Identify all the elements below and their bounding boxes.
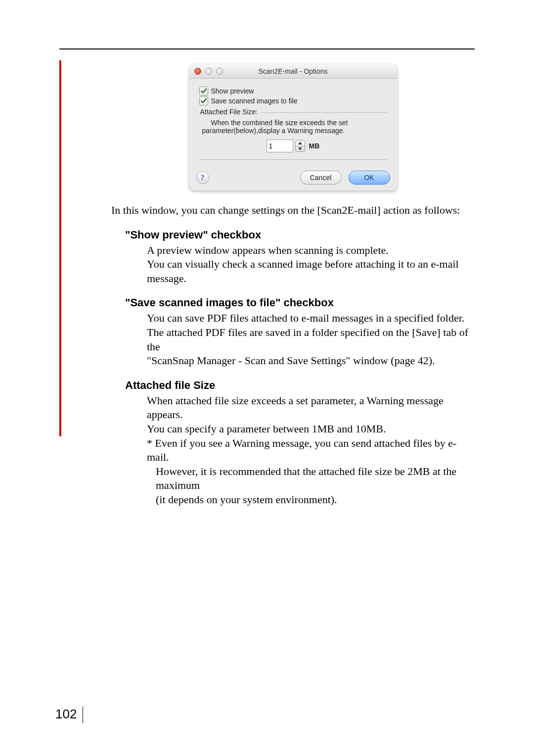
save-scanned-label: Save scanned images to file [211,97,298,105]
left-accent-bar [59,60,61,436]
sec2-line3: "ScanSnap Manager - Scan and Save Settin… [147,354,475,368]
stepper-up-icon[interactable] [296,141,305,146]
scan2email-options-dialog: Scan2E-mail - Options Show preview Save … [189,64,397,190]
section-heading-attached-size: Attached file Size [125,379,475,392]
sec3-note2: However, it is recommended that the atta… [147,465,475,493]
top-horizontal-rule [59,48,475,49]
fieldset-legend: Attached File Size: [197,108,261,116]
dialog-screenshot: Scan2E-mail - Options Show preview Save … [111,64,475,190]
page-number-divider [83,707,83,723]
stepper-unit: MB [309,142,320,150]
help-button[interactable]: ? [196,171,209,184]
fieldset-text-line2: parameter(below),display a Warning messa… [202,127,345,135]
show-preview-checkbox[interactable] [199,87,208,95]
sec3-note1: * Even if you see a Warning message, you… [147,436,475,465]
intro-text: In this window, you can change settings … [111,203,475,218]
file-size-stepper-buttons[interactable] [295,140,305,152]
cancel-button[interactable]: Cancel [300,171,342,185]
sec2-line1: You can save PDF files attached to e-mai… [147,311,475,326]
zoom-icon [216,68,223,75]
checkmark-icon [201,88,207,94]
save-scanned-checkbox[interactable] [199,96,208,105]
file-size-stepper-input[interactable] [267,140,293,152]
sec1-line1: A preview window appears when scanning i… [147,243,475,258]
minimize-icon [205,68,212,75]
sec3-note3: (it depends on your system environment). [147,493,475,507]
fieldset-text-line1: When the combined file size exceeds the … [211,119,348,127]
help-icon: ? [201,173,205,182]
close-icon[interactable] [194,68,201,75]
dialog-titlebar: Scan2E-mail - Options [189,64,397,79]
ok-button[interactable]: OK [349,171,390,185]
attached-file-size-group: Attached File Size: When the combined fi… [199,112,387,160]
sec3-line1: When attached file size exceeds a set pa… [147,394,475,422]
show-preview-label: Show preview [211,87,254,95]
sec3-line2: You can specify a parameter between 1MB … [147,422,475,436]
checkmark-icon [201,98,207,104]
stepper-down-icon[interactable] [296,146,305,152]
section-heading-save-scanned: "Save scanned images to file" checkbox [125,296,475,309]
sec1-line2: You can visually check a scanned image b… [147,257,475,285]
page-number: 102 [55,707,83,723]
section-heading-show-preview: "Show preview" checkbox [125,229,475,241]
sec2-line2: The attached PDF files are saved in a fo… [147,326,475,354]
